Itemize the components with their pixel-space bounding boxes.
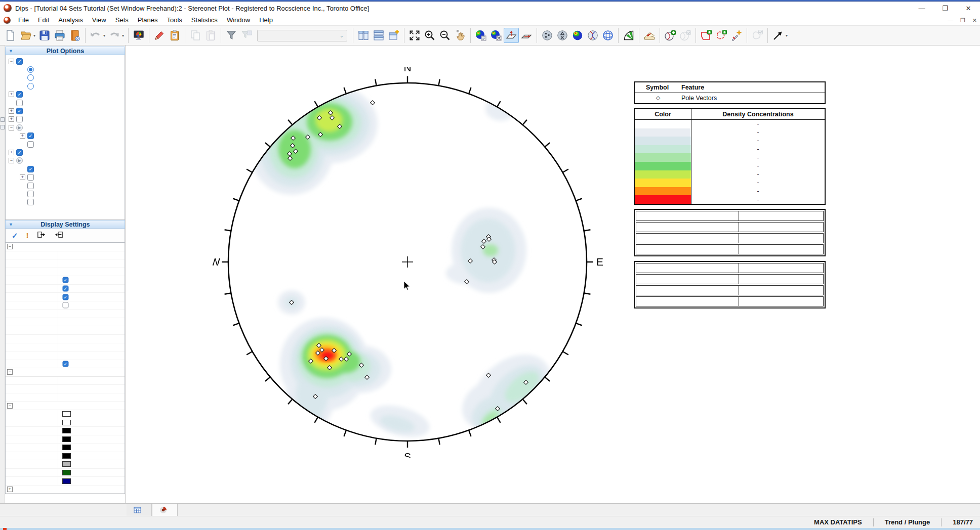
tree-expander-icon[interactable]: + — [20, 133, 25, 139]
trend-plot-button[interactable] — [519, 28, 534, 43]
stereonet-plot-area[interactable]: NESW Symbol Feature ◇ Pole Vectors Color — [125, 46, 980, 503]
chevron-down-icon[interactable]: ▾ — [786, 33, 788, 38]
settings-row-legend-font[interactable] — [6, 377, 125, 385]
docked-pane-icon[interactable] — [1, 125, 5, 129]
color-swatch[interactable] — [62, 411, 71, 417]
tree-expander-icon[interactable]: − — [9, 125, 14, 130]
settings-row-projection[interactable] — [6, 251, 125, 260]
tree-expander-icon[interactable]: − — [9, 158, 14, 163]
display-options-button[interactable] — [131, 28, 146, 43]
add-plane-button[interactable] — [663, 28, 678, 43]
tristate-icon[interactable]: ▶ — [16, 157, 23, 164]
filter-apply-button[interactable] — [239, 28, 254, 43]
docked-pane-icon[interactable] — [1, 117, 5, 122]
settings-row-cross-hairs[interactable] — [6, 301, 125, 310]
zoom-in-button[interactable] — [422, 28, 437, 43]
checkbox[interactable] — [27, 191, 34, 197]
tree-item-global-mean[interactable] — [8, 182, 125, 190]
tree-item-pole[interactable] — [8, 65, 125, 73]
pole-plot-button[interactable] — [504, 28, 519, 43]
settings-row-global-mean[interactable] — [6, 469, 125, 477]
color-swatch[interactable] — [62, 478, 71, 484]
radio-button[interactable] — [27, 83, 34, 90]
color-swatch[interactable] — [62, 453, 71, 459]
stereonet-properties-button[interactable] — [473, 28, 488, 43]
settings-row-stereonet[interactable] — [6, 410, 125, 419]
settings-row-default-tool-colors[interactable]: + — [6, 485, 125, 494]
globe-3d-button[interactable] — [600, 28, 616, 43]
save-file-button[interactable] — [37, 28, 52, 43]
clipboard-button[interactable] — [167, 28, 182, 43]
settings-row-stereonet-fonts[interactable]: − — [6, 368, 125, 377]
copy-button[interactable] — [188, 28, 203, 43]
menu-analysis[interactable]: Analysis — [54, 15, 87, 25]
menu-tools[interactable]: Tools — [162, 15, 187, 25]
tree-item-symbolic[interactable] — [8, 74, 125, 82]
pan-button[interactable] — [453, 28, 468, 43]
zoom-extents-button[interactable] — [407, 28, 422, 43]
menu-view[interactable]: View — [88, 15, 111, 25]
tristate-icon[interactable]: ▶ — [16, 124, 23, 131]
checkbox[interactable]: ✓ — [16, 108, 23, 114]
document-tab-1[interactable] — [127, 504, 152, 516]
import-settings-icon[interactable] — [54, 231, 63, 240]
tree-expander-icon[interactable]: + — [9, 92, 14, 97]
apply-check-icon[interactable]: ✓ — [12, 231, 18, 240]
tree-expander-icon[interactable]: + — [20, 174, 25, 180]
checkbox[interactable] — [27, 183, 34, 189]
settings-row-center-cross[interactable]: ✓ — [6, 293, 125, 301]
settings-row-hemisphere[interactable] — [6, 259, 125, 268]
tree-item-tools[interactable]: +✓ — [8, 148, 125, 156]
export-settings-icon[interactable] — [37, 231, 46, 240]
checkbox[interactable]: ✓ — [63, 286, 69, 292]
tree-expander-icon[interactable]: + — [9, 116, 14, 122]
settings-row-grid-outer[interactable] — [6, 427, 125, 435]
checkbox[interactable]: ✓ — [16, 91, 23, 98]
settings-row-outer-grid-width[interactable] — [6, 318, 125, 327]
close-button[interactable]: ✕ — [957, 2, 980, 15]
tree-item-grid-data-planes[interactable] — [8, 140, 125, 148]
tree-item-global-best-fit[interactable] — [8, 190, 125, 198]
zoom-out-button[interactable] — [437, 28, 453, 43]
checkbox[interactable] — [27, 174, 34, 181]
toolbar-combo-box[interactable]: ⌄ — [257, 30, 347, 41]
child-close-button[interactable]: ✕ — [972, 17, 977, 24]
radio-button[interactable] — [27, 66, 34, 73]
report-button[interactable] — [67, 28, 83, 43]
settings-row-overlay[interactable] — [6, 460, 125, 469]
stereonet-fit-button[interactable] — [488, 28, 504, 43]
tree-item-pole-vector-display[interactable]: −✓ — [8, 57, 125, 65]
checkbox[interactable] — [63, 302, 69, 308]
document-tab-2[interactable] — [152, 504, 178, 516]
section-expander-icon[interactable]: − — [7, 369, 13, 375]
color-swatch[interactable] — [62, 420, 71, 425]
chevron-down-icon[interactable]: ▾ — [122, 33, 124, 38]
tree-item-stereonet-overlay[interactable]: + — [8, 173, 125, 181]
select-arrow-button[interactable] — [770, 28, 786, 43]
add-set-window-button[interactable] — [699, 28, 714, 43]
menu-sets[interactable]: Sets — [111, 15, 133, 25]
print-button[interactable] — [52, 28, 67, 43]
section-expander-icon[interactable]: − — [7, 244, 13, 249]
checkbox[interactable]: ✓ — [63, 361, 69, 367]
section-expander-icon[interactable]: + — [7, 487, 13, 492]
tree-item-object-visibility[interactable]: −▶ — [8, 157, 125, 165]
checkbox[interactable]: ✓ — [27, 132, 34, 139]
display-settings-header[interactable]: ▼ Display Settings — [5, 220, 125, 229]
settings-row-label-text[interactable] — [6, 444, 125, 452]
settings-row-label-text-size[interactable] — [6, 393, 125, 402]
checkbox[interactable]: ✓ — [27, 166, 34, 172]
settings-row-stereonet-colors[interactable]: − — [6, 402, 125, 410]
menu-help[interactable]: Help — [255, 15, 277, 25]
new-file-button[interactable] — [3, 28, 18, 43]
stereonet-canvas[interactable]: NESW — [213, 67, 603, 458]
settings-row-tick-spacing[interactable] — [6, 310, 125, 318]
settings-row-labels[interactable] — [6, 268, 125, 277]
filter-button[interactable] — [224, 28, 239, 43]
section-expander-icon[interactable]: − — [7, 403, 13, 409]
chevron-down-icon[interactable]: ▾ — [103, 33, 105, 38]
tree-item-major-planes[interactable]: +✓ — [8, 132, 125, 140]
tree-item-scatter[interactable] — [8, 82, 125, 90]
contour-plot-button[interactable] — [570, 28, 585, 43]
edit-tool-button[interactable] — [152, 28, 167, 43]
